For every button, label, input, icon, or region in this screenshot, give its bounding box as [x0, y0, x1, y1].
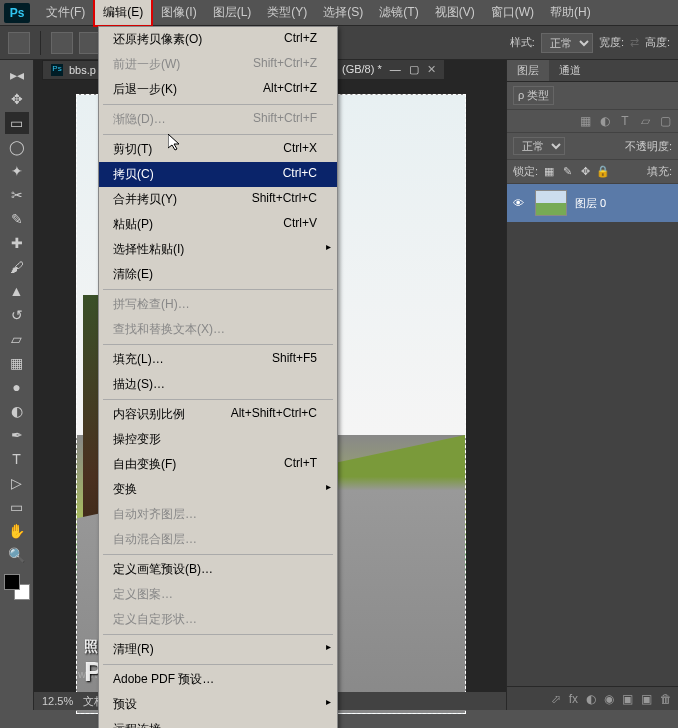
kind-select[interactable]: ρ 类型 [513, 86, 554, 105]
menu-item-label: 还原拷贝像素(O) [113, 31, 202, 48]
tab-channels[interactable]: 通道 [549, 60, 591, 81]
lock-row: 锁定: ▦ ✎ ✥ 🔒 填充: [507, 160, 678, 184]
menu-item-label: 自动混合图层… [113, 531, 197, 548]
menu-edit[interactable]: 编辑(E) [93, 0, 153, 27]
menu-item[interactable]: 远程连接… [99, 717, 337, 728]
menu-item[interactable]: 还原拷贝像素(O)Ctrl+Z [99, 27, 337, 52]
zoom-level[interactable]: 12.5% [42, 695, 73, 707]
menu-item[interactable]: 选择性粘贴(I) [99, 237, 337, 262]
filter-type-icon[interactable]: T [618, 114, 632, 128]
menu-item-label: 清理(R) [113, 641, 154, 658]
menu-item[interactable]: 预设 [99, 692, 337, 717]
menu-filter[interactable]: 滤镜(T) [371, 0, 426, 25]
menu-item: 查找和替换文本(X)… [99, 317, 337, 342]
color-swatches[interactable] [4, 574, 30, 600]
marquee-tool-icon[interactable]: ▭ [5, 112, 29, 134]
mask-icon[interactable]: ◐ [586, 692, 596, 706]
layer-thumbnail[interactable] [535, 190, 567, 216]
menu-item-label: 拼写检查(H)… [113, 296, 190, 313]
menu-item[interactable]: 内容识别比例Alt+Shift+Ctrl+C [99, 402, 337, 427]
menu-item[interactable]: 合并拷贝(Y)Shift+Ctrl+C [99, 187, 337, 212]
menu-item[interactable]: 后退一步(K)Alt+Ctrl+Z [99, 77, 337, 102]
menu-item[interactable]: 描边(S)… [99, 372, 337, 397]
menu-select[interactable]: 选择(S) [315, 0, 371, 25]
history-brush-icon[interactable]: ↺ [5, 304, 29, 326]
tool-preset-icon[interactable] [8, 32, 30, 54]
eyedropper-tool-icon[interactable]: ✎ [5, 208, 29, 230]
style-select[interactable]: 正常 [541, 33, 593, 53]
fx-icon[interactable]: fx [569, 692, 578, 706]
menu-item-label: 定义图案… [113, 586, 173, 603]
layer-row[interactable]: 👁 图层 0 [507, 184, 678, 222]
brush-tool-icon[interactable]: 🖌 [5, 256, 29, 278]
edit-menu-dropdown: 还原拷贝像素(O)Ctrl+Z前进一步(W)Shift+Ctrl+Z后退一步(K… [98, 26, 338, 728]
menu-item-label: 预设 [113, 696, 137, 713]
document-tab[interactable]: Ps bbs.p [42, 60, 105, 80]
new-layer-icon[interactable]: ▣ [641, 692, 652, 706]
filter-adjust-icon[interactable]: ◐ [598, 114, 612, 128]
pen-tool-icon[interactable]: ✒ [5, 424, 29, 446]
maximize-icon[interactable]: ▢ [409, 63, 419, 76]
lasso-tool-icon[interactable]: ◯ [5, 136, 29, 158]
menu-view[interactable]: 视图(V) [427, 0, 483, 25]
menu-item[interactable]: 清理(R) [99, 637, 337, 662]
lock-label: 锁定: [513, 164, 538, 179]
filter-shape-icon[interactable]: ▱ [638, 114, 652, 128]
wand-tool-icon[interactable]: ✦ [5, 160, 29, 182]
menu-window[interactable]: 窗口(W) [483, 0, 542, 25]
type-tool-icon[interactable]: T [5, 448, 29, 470]
menu-item[interactable]: 定义画笔预设(B)… [99, 557, 337, 582]
dodge-tool-icon[interactable]: ◐ [5, 400, 29, 422]
blur-tool-icon[interactable]: ● [5, 376, 29, 398]
new-selection-icon[interactable] [51, 32, 73, 54]
lock-pos-icon[interactable]: ✥ [578, 165, 592, 178]
healing-tool-icon[interactable]: ✚ [5, 232, 29, 254]
lock-pixel-icon[interactable]: ✎ [560, 165, 574, 178]
shape-tool-icon[interactable]: ▭ [5, 496, 29, 518]
blend-mode-select[interactable]: 正常 [513, 137, 565, 155]
menu-item[interactable]: 拷贝(C)Ctrl+C [99, 162, 337, 187]
link-icon[interactable]: ⬀ [551, 692, 561, 706]
menu-layer[interactable]: 图层(L) [205, 0, 260, 25]
handle-icon[interactable]: ▸◂ [5, 64, 29, 86]
left-toolbar: ▸◂ ✥ ▭ ◯ ✦ ✂ ✎ ✚ 🖌 ▲ ↺ ▱ ▦ ● ◐ ✒ T ▷ ▭ ✋… [0, 60, 34, 710]
fill-label: 填充: [647, 164, 672, 179]
zoom-tool-icon[interactable]: 🔍 [5, 544, 29, 566]
move-tool-icon[interactable]: ✥ [5, 88, 29, 110]
menu-item[interactable]: Adobe PDF 预设… [99, 667, 337, 692]
gradient-tool-icon[interactable]: ▦ [5, 352, 29, 374]
minimize-icon[interactable]: — [390, 63, 401, 76]
menu-item[interactable]: 自由变换(F)Ctrl+T [99, 452, 337, 477]
stamp-tool-icon[interactable]: ▲ [5, 280, 29, 302]
path-tool-icon[interactable]: ▷ [5, 472, 29, 494]
eye-icon[interactable]: 👁 [513, 197, 527, 209]
layer-name[interactable]: 图层 0 [575, 196, 606, 211]
lock-trans-icon[interactable]: ▦ [542, 165, 556, 178]
menu-help[interactable]: 帮助(H) [542, 0, 599, 25]
menu-item-label: 操控变形 [113, 431, 161, 448]
menu-type[interactable]: 类型(Y) [259, 0, 315, 25]
crop-tool-icon[interactable]: ✂ [5, 184, 29, 206]
menu-item[interactable]: 填充(L)…Shift+F5 [99, 347, 337, 372]
close-icon[interactable]: ✕ [427, 63, 436, 76]
menu-item[interactable]: 剪切(T)Ctrl+X [99, 137, 337, 162]
filter-smart-icon[interactable]: ▢ [658, 114, 672, 128]
hand-tool-icon[interactable]: ✋ [5, 520, 29, 542]
folder-icon[interactable]: ▣ [622, 692, 633, 706]
menu-item-label: Adobe PDF 预设… [113, 671, 214, 688]
foreground-color-swatch[interactable] [4, 574, 20, 590]
menu-image[interactable]: 图像(I) [153, 0, 204, 25]
menu-item[interactable]: 变换 [99, 477, 337, 502]
filter-pixel-icon[interactable]: ▦ [578, 114, 592, 128]
menu-item[interactable]: 清除(E) [99, 262, 337, 287]
menu-item[interactable]: 粘贴(P)Ctrl+V [99, 212, 337, 237]
adjust-icon[interactable]: ◉ [604, 692, 614, 706]
trash-icon[interactable]: 🗑 [660, 692, 672, 706]
menu-item-label: 粘贴(P) [113, 216, 153, 233]
tab-layers[interactable]: 图层 [507, 60, 549, 81]
menu-item: 前进一步(W)Shift+Ctrl+Z [99, 52, 337, 77]
menu-file[interactable]: 文件(F) [38, 0, 93, 25]
eraser-tool-icon[interactable]: ▱ [5, 328, 29, 350]
lock-all-icon[interactable]: 🔒 [596, 165, 610, 178]
menu-item[interactable]: 操控变形 [99, 427, 337, 452]
